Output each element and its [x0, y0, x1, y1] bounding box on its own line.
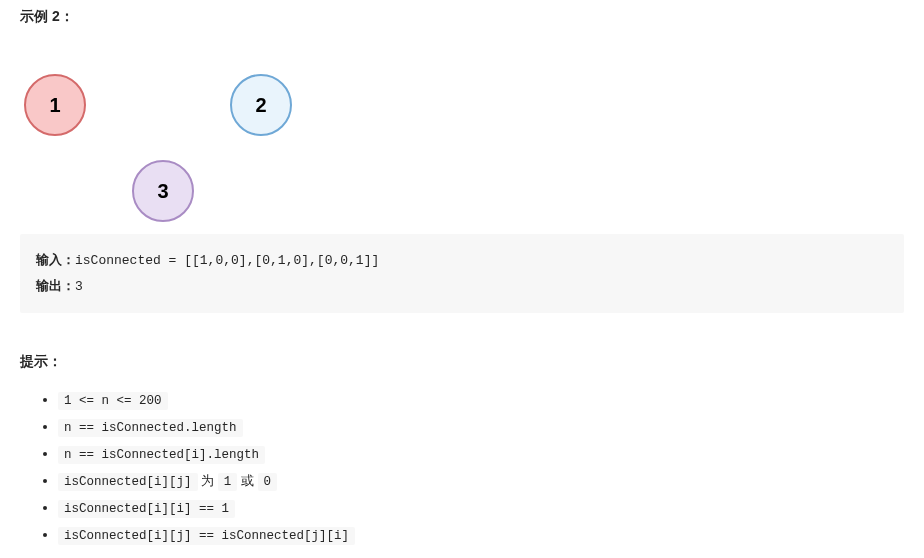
graph-diagram: 1 2 3 [20, 42, 320, 214]
input-label: 输入： [36, 252, 75, 267]
constraint-code: 1 <= n <= 200 [58, 392, 168, 410]
list-item: n == isConnected[i].length [58, 441, 904, 468]
input-value: isConnected = [[1,0,0],[0,1,0],[0,0,1]] [75, 253, 379, 268]
list-item: isConnected[i][i] == 1 [58, 495, 904, 522]
example-io-block: 输入：isConnected = [[1,0,0],[0,1,0],[0,0,1… [20, 234, 904, 313]
constraint-code: n == isConnected.length [58, 419, 243, 437]
constraint-code: 1 [218, 473, 238, 491]
graph-node-3: 3 [132, 160, 194, 222]
tips-list: 1 <= n <= 200 n == isConnected.length n … [20, 387, 904, 549]
tips-heading: 提示： [20, 353, 904, 371]
constraint-code: isConnected[i][j] == isConnected[j][i] [58, 527, 355, 545]
constraint-text: 为 [198, 473, 218, 488]
list-item: isConnected[i][j] 为 1 或 0 [58, 468, 904, 495]
graph-node-2: 2 [230, 74, 292, 136]
output-value: 3 [75, 279, 83, 294]
output-label: 输出： [36, 278, 75, 293]
list-item: isConnected[i][j] == isConnected[j][i] [58, 522, 904, 549]
constraint-code: isConnected[i][j] [58, 473, 198, 491]
constraint-code: 0 [258, 473, 278, 491]
graph-node-1: 1 [24, 74, 86, 136]
example-heading: 示例 2： [20, 8, 904, 26]
constraint-text: 或 [237, 473, 257, 488]
list-item: 1 <= n <= 200 [58, 387, 904, 414]
constraint-code: n == isConnected[i].length [58, 446, 265, 464]
list-item: n == isConnected.length [58, 414, 904, 441]
constraint-code: isConnected[i][i] == 1 [58, 500, 235, 518]
